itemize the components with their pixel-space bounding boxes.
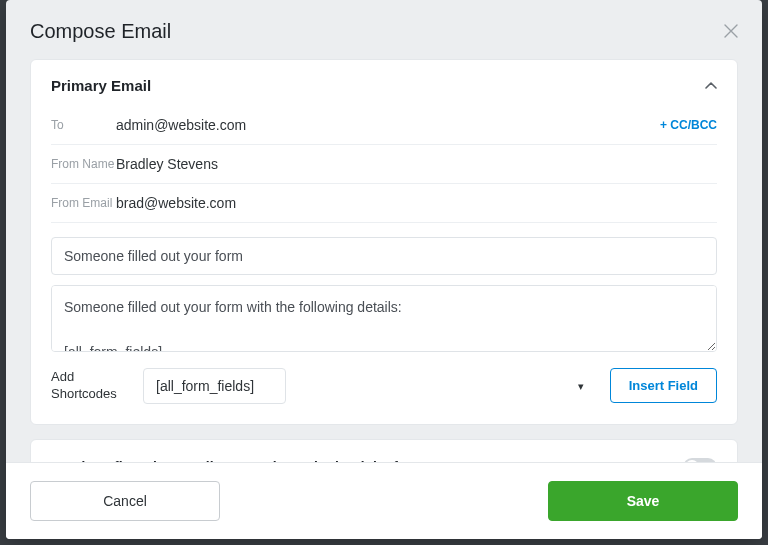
from-name-label: From Name [51, 157, 116, 171]
shortcode-select[interactable]: [all_form_fields] [143, 368, 286, 404]
subject-input[interactable] [51, 237, 717, 275]
from-email-label: From Email [51, 196, 116, 210]
to-label: To [51, 118, 116, 132]
from-email-row: From Email [51, 184, 717, 223]
primary-email-body: To + CC/BCC From Name From Email Someone… [31, 106, 737, 424]
save-button[interactable]: Save [548, 481, 738, 521]
shortcode-select-wrap: [all_form_fields] [143, 368, 596, 404]
modal-header: Compose Email [6, 0, 762, 59]
cc-bcc-button[interactable]: + CC/BCC [660, 118, 717, 132]
cancel-button[interactable]: Cancel [30, 481, 220, 521]
modal-title: Compose Email [30, 20, 171, 43]
primary-email-header[interactable]: Primary Email [31, 60, 737, 106]
message-textarea[interactable]: Someone filled out your form with the fo… [51, 285, 717, 352]
primary-email-card: Primary Email To + CC/BCC From Name From… [30, 59, 738, 425]
from-name-input[interactable] [116, 156, 717, 172]
shortcode-label: Add Shortcodes [51, 369, 129, 403]
from-name-row: From Name [51, 145, 717, 184]
close-icon[interactable] [724, 23, 738, 41]
to-row: To + CC/BCC [51, 106, 717, 145]
chevron-up-icon[interactable] [705, 76, 717, 94]
primary-email-title: Primary Email [51, 77, 151, 94]
confirmation-toggle[interactable] [683, 458, 717, 462]
modal-body: Primary Email To + CC/BCC From Name From… [6, 59, 762, 462]
from-email-input[interactable] [116, 195, 717, 211]
shortcode-row: Add Shortcodes [all_form_fields] Insert … [51, 368, 717, 404]
modal-footer: Cancel Save [6, 462, 762, 539]
insert-field-button[interactable]: Insert Field [610, 368, 717, 403]
to-input[interactable] [116, 117, 660, 133]
compose-email-modal: Compose Email Primary Email To + CC/BCC … [6, 0, 762, 539]
confirmation-card: Send confirmation email to user that sub… [30, 439, 738, 462]
